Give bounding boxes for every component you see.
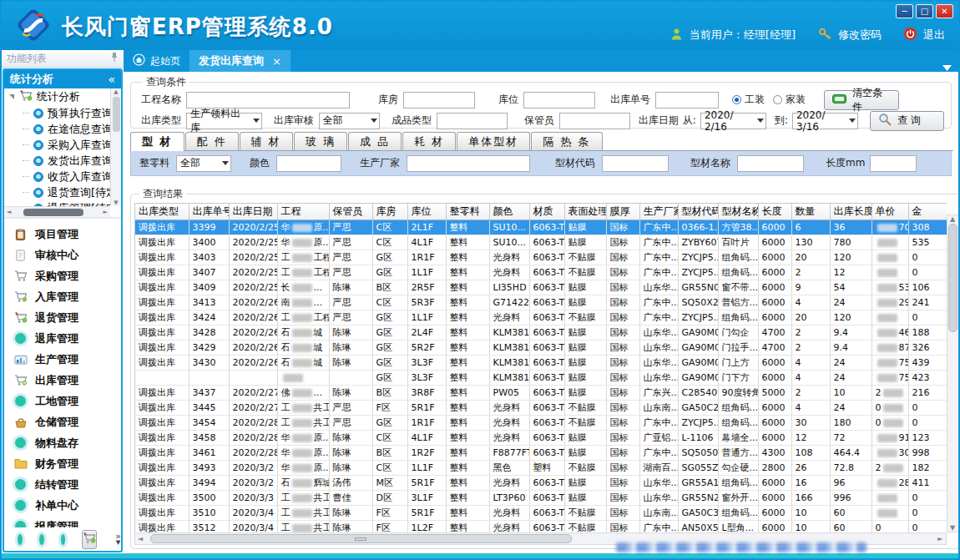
column-header[interactable]: 库房 <box>372 204 407 220</box>
warehouse-input[interactable] <box>403 92 475 108</box>
table-cell[interactable]: 国标 <box>606 250 639 265</box>
table-cell[interactable]: 2020/2/26 <box>229 356 277 371</box>
table-cell[interactable]: 光身料 <box>489 431 529 446</box>
sidebar-module-clipboard[interactable]: 项目管理 <box>4 224 121 245</box>
column-header[interactable]: 整零料 <box>446 204 489 220</box>
table-cell[interactable]: 916 <box>872 431 908 446</box>
table-cell[interactable]: 严思 <box>329 235 372 250</box>
table-cell[interactable] <box>872 235 908 250</box>
table-cell[interactable]: 勾企硬... <box>718 461 758 476</box>
table-cell[interactable]: 130 <box>791 235 830 250</box>
table-cell[interactable]: 9 <box>791 280 830 295</box>
table-cell[interactable]: KLM3817 <box>489 356 529 371</box>
table-cell[interactable]: 6000 <box>758 356 791 371</box>
table-cell[interactable]: 调拨出库 <box>135 310 189 325</box>
table-cell[interactable]: G区 <box>372 416 407 431</box>
table-cell[interactable]: 陈琳 <box>329 461 372 476</box>
sidebar-module-circle[interactable]: 物料盘存 <box>4 432 121 453</box>
table-cell[interactable]: 陈琳 <box>329 341 372 356</box>
table-cell[interactable]: 国标 <box>606 386 639 401</box>
table-cell[interactable]: 5R1F <box>407 401 446 416</box>
table-cell[interactable]: 门下方 <box>718 371 758 386</box>
table-cell[interactable]: 6063-T5 <box>529 506 564 521</box>
table-cell[interactable] <box>277 371 329 386</box>
table-cell[interactable]: 2020/2/26 <box>229 325 277 341</box>
material-tab[interactable]: 成 品 <box>348 132 402 150</box>
sidebar-module-circle[interactable]: 工地管理 <box>4 391 121 411</box>
sidebar-module-chart[interactable]: 生产管理 <box>4 349 121 370</box>
table-cell[interactable]: 2020/2/26 <box>229 295 277 310</box>
table-cell[interactable]: 6063-T5 <box>529 250 564 265</box>
table-cell[interactable]: GR55N26 <box>678 491 718 506</box>
table-cell[interactable]: 贴膜 <box>564 371 606 386</box>
table-row[interactable]: 调拨出库34072020/2/25工工程严思G区1L1F整料光身料6063-T5… <box>135 265 947 280</box>
material-tab[interactable]: 玻 璃 <box>294 132 347 150</box>
table-cell[interactable]: 贴膜 <box>564 386 606 401</box>
table-cell[interactable]: 6000 <box>758 280 791 295</box>
table-cell[interactable]: 贴膜 <box>564 235 606 250</box>
table-cell[interactable]: 整料 <box>446 310 489 325</box>
table-cell[interactable]: 4L1F <box>407 431 446 446</box>
table-cell[interactable]: 1L1F <box>407 265 446 280</box>
table-cell[interactable]: SQ50X2... <box>678 295 718 310</box>
table-cell[interactable]: 陈琳 <box>329 386 372 401</box>
table-cell[interactable]: 0 <box>908 401 947 416</box>
table-cell[interactable]: 调拨出库 <box>135 356 189 371</box>
table-cell[interactable]: 国标 <box>606 235 639 250</box>
column-header[interactable]: 出库长度 <box>830 204 872 220</box>
column-header[interactable]: 型材代码 <box>678 204 718 220</box>
tree-item[interactable]: 发货出库查询 <box>4 153 110 169</box>
table-cell[interactable]: 0 <box>908 250 947 265</box>
table-cell[interactable]: 6000 <box>758 250 791 265</box>
table-cell[interactable]: 严思 <box>329 295 372 310</box>
table-cell[interactable]: 166 <box>791 491 830 506</box>
table-cell[interactable]: 4700 <box>758 341 791 356</box>
table-cell[interactable]: 普通方... <box>718 446 758 461</box>
table-cell[interactable]: 464.4 <box>830 446 872 461</box>
table-cell[interactable]: 贴膜 <box>564 356 606 371</box>
tree-item[interactable]: 在途信息查询[待 <box>4 121 110 137</box>
table-cell[interactable]: 6063-T5 <box>529 235 564 250</box>
table-row[interactable]: 调拨出库34302020/2/26石城陈琳G区3L3F整料KLM38176063… <box>135 356 947 371</box>
table-cell[interactable]: 2800 <box>758 461 791 476</box>
table-cell[interactable]: 组角码... <box>718 265 758 280</box>
profile-code-input[interactable] <box>602 155 669 172</box>
table-cell[interactable]: 严思 <box>329 401 372 416</box>
table-cell[interactable]: 2020/2/28 <box>229 416 277 431</box>
table-cell[interactable]: 华原... <box>277 431 329 446</box>
table-cell[interactable]: 国标 <box>606 325 639 341</box>
table-cell[interactable]: 20 <box>791 250 830 265</box>
table-cell[interactable]: 30 <box>791 416 830 431</box>
table-row[interactable]: 调拨出库34092020/2/25长...陈琳B区2R5F整料LI35HD606… <box>135 280 947 295</box>
table-cell[interactable]: GR55A11 <box>678 476 718 491</box>
manufacturer-input[interactable] <box>407 155 530 172</box>
table-cell[interactable]: 872 <box>872 341 908 356</box>
table-cell[interactable]: L-1106 <box>678 431 718 446</box>
table-cell[interactable]: 26 <box>791 461 830 476</box>
table-cell[interactable]: 光身料 <box>489 401 529 416</box>
table-row[interactable]: 调拨出库33992020/2/25华原...严思C区2L1F整料SU10...6… <box>135 220 947 235</box>
keeper-input[interactable] <box>559 113 630 129</box>
table-cell[interactable]: B区 <box>372 386 407 401</box>
pin-icon[interactable] <box>110 52 119 65</box>
table-cell[interactable]: 4L1F <box>407 235 446 250</box>
table-cell[interactable]: 188 <box>908 325 947 341</box>
table-cell[interactable]: ZYCJP5... <box>678 310 718 325</box>
table-cell[interactable]: 工共工程 <box>277 491 329 506</box>
table-cell[interactable] <box>229 371 277 386</box>
table-cell[interactable]: 439 <box>908 356 947 371</box>
table-cell[interactable]: F8877FT <box>489 446 529 461</box>
table-cell[interactable]: 整料 <box>446 220 489 235</box>
table-cell[interactable]: 调拨出库 <box>135 265 189 280</box>
table-cell[interactable]: 调拨出库 <box>135 491 189 506</box>
table-cell[interactable]: C区 <box>372 431 407 446</box>
table-row[interactable]: G区3L3F整料KLM38176063-T5贴膜国标山东华...GA90M09.… <box>135 371 947 386</box>
table-cell[interactable]: 998 <box>908 446 947 461</box>
table-cell[interactable]: 6063-T5 <box>529 310 564 325</box>
table-cell[interactable]: 0 <box>872 416 908 431</box>
table-row[interactable]: 调拨出库34282020/2/26石城陈琳G区2L4F整料KLM38176063… <box>135 325 947 341</box>
table-cell[interactable]: 182 <box>908 461 947 476</box>
table-cell[interactable]: GA90M07... <box>678 341 718 356</box>
table-cell[interactable]: 调拨出库 <box>135 280 189 295</box>
table-cell[interactable]: 调拨出库 <box>135 220 189 235</box>
